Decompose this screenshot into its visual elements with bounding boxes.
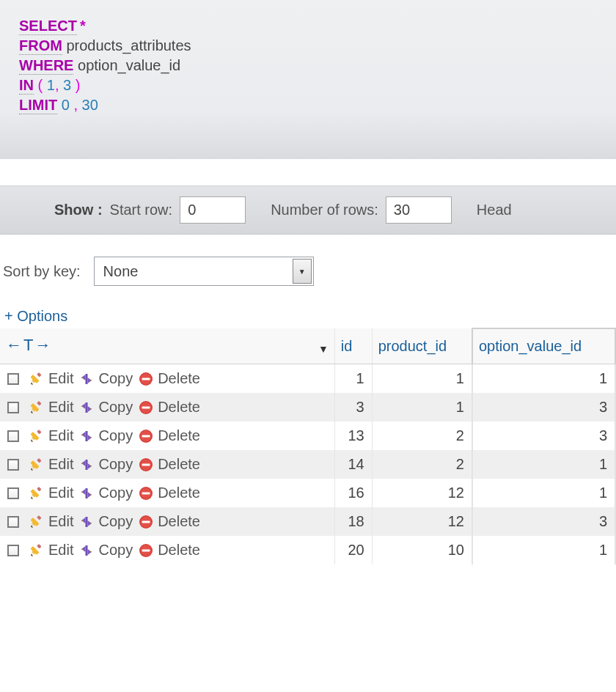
row-checkbox[interactable] (7, 402, 19, 413)
copy-link[interactable]: Copy (79, 427, 133, 444)
row-checkbox[interactable] (7, 545, 19, 556)
edit-label: Edit (48, 513, 73, 530)
cell-id: 14 (334, 450, 372, 479)
column-header-id[interactable]: id (334, 328, 372, 364)
copy-icon (79, 515, 94, 529)
copy-link[interactable]: Copy (79, 513, 133, 530)
options-toggle-link[interactable]: + Options (0, 301, 616, 326)
column-header-option-value-id[interactable]: option_value_id (472, 328, 615, 364)
cell-id: 13 (334, 422, 372, 450)
column-nav-arrows[interactable]: ←T→ (6, 336, 52, 355)
sql-paren-close: ) (76, 77, 81, 93)
sort-caret-icon[interactable]: ▼ (318, 343, 329, 355)
sql-from-kw: FROM (19, 37, 62, 55)
cell-id: 3 (334, 393, 372, 422)
sql-in-val1: 1 (47, 77, 55, 93)
row-checkbox[interactable] (7, 373, 19, 385)
edit-link[interactable]: Edit (29, 542, 73, 559)
row-checkbox[interactable] (7, 459, 19, 471)
minus-circle-icon (139, 486, 153, 501)
delete-label: Delete (158, 399, 200, 416)
edit-link[interactable]: Edit (29, 370, 73, 387)
chevron-down-icon[interactable]: ▼ (293, 259, 312, 284)
edit-link[interactable]: Edit (29, 485, 73, 501)
sql-limit-kw: LIMIT (19, 97, 57, 114)
copy-link[interactable]: Copy (79, 456, 133, 473)
start-row-input[interactable] (180, 196, 246, 224)
minus-circle-icon (139, 372, 153, 386)
edit-link[interactable]: Edit (29, 513, 73, 530)
delete-link[interactable]: Delete (139, 370, 200, 387)
copy-link[interactable]: Copy (79, 370, 133, 387)
cell-id: 20 (334, 536, 372, 564)
show-label: Show : (54, 202, 103, 218)
edit-link[interactable]: Edit (29, 456, 73, 473)
sql-limit-val1: 0 (62, 97, 70, 113)
start-row-label: Start row: (110, 202, 173, 218)
copy-link[interactable]: Copy (79, 485, 133, 501)
sql-where-ident: option_value_id (78, 57, 180, 73)
copy-link[interactable]: Copy (79, 542, 133, 559)
delete-link[interactable]: Delete (139, 399, 200, 416)
column-header-product-id[interactable]: product_id (372, 328, 472, 364)
edit-label: Edit (48, 399, 73, 416)
delete-label: Delete (158, 370, 200, 387)
table-row: Edit Copy Delete 20 10 1 (0, 536, 615, 564)
delete-label: Delete (158, 513, 200, 530)
row-checkbox[interactable] (7, 430, 19, 442)
cell-product-id: 10 (372, 536, 472, 564)
edit-label: Edit (48, 485, 73, 501)
cell-option-value-id: 1 (472, 536, 615, 564)
sql-line: WHERE option_value_id (19, 56, 597, 76)
sort-key-select[interactable]: None ▼ (94, 257, 314, 286)
sql-limit-val2: 30 (82, 97, 98, 113)
table-row: Edit Copy Delete 13 2 3 (0, 422, 615, 450)
copy-icon (79, 400, 94, 415)
delete-label: Delete (158, 485, 200, 501)
sort-key-value: None (94, 257, 314, 286)
sql-query-panel: SELECT* FROM products_attributes WHERE o… (0, 0, 616, 159)
sql-line: LIMIT 0 , 30 (19, 95, 597, 115)
delete-link[interactable]: Delete (139, 427, 200, 444)
delete-link[interactable]: Delete (139, 542, 200, 559)
sql-paren-open: ( (38, 77, 43, 93)
cell-product-id: 2 (372, 422, 472, 450)
cell-option-value-id: 3 (472, 507, 615, 536)
pencil-icon (29, 515, 44, 529)
copy-link[interactable]: Copy (79, 399, 133, 416)
delete-label: Delete (158, 542, 200, 559)
copy-icon (79, 457, 94, 472)
sql-comma: , (55, 77, 59, 93)
row-checkbox[interactable] (7, 516, 19, 528)
copy-label: Copy (98, 542, 133, 559)
row-checkbox[interactable] (7, 487, 19, 499)
minus-circle-icon (139, 515, 153, 529)
cell-id: 16 (334, 479, 372, 507)
sql-line: IN ( 1, 3 ) (19, 76, 597, 95)
copy-label: Copy (98, 485, 133, 501)
copy-icon (79, 543, 94, 558)
copy-label: Copy (98, 399, 133, 416)
copy-label: Copy (98, 427, 133, 444)
edit-label: Edit (48, 456, 73, 473)
edit-label: Edit (48, 427, 73, 444)
cell-option-value-id: 1 (472, 450, 615, 479)
edit-link[interactable]: Edit (29, 399, 73, 416)
sql-in-kw: IN (19, 77, 34, 95)
edit-link[interactable]: Edit (29, 427, 73, 444)
copy-label: Copy (98, 513, 133, 530)
num-rows-input[interactable] (386, 196, 452, 224)
delete-link[interactable]: Delete (139, 513, 200, 530)
copy-label: Copy (98, 456, 133, 473)
column-header-actions: ←T→ ▼ (0, 328, 334, 364)
delete-link[interactable]: Delete (139, 485, 200, 501)
delete-link[interactable]: Delete (139, 456, 200, 473)
minus-circle-icon (139, 400, 153, 415)
cell-option-value-id: 1 (472, 479, 615, 507)
pencil-icon (29, 457, 44, 472)
cell-product-id: 2 (372, 450, 472, 479)
copy-label: Copy (98, 370, 133, 387)
cell-product-id: 12 (372, 507, 472, 536)
sql-line: SELECT* (19, 16, 597, 36)
delete-label: Delete (158, 427, 200, 444)
